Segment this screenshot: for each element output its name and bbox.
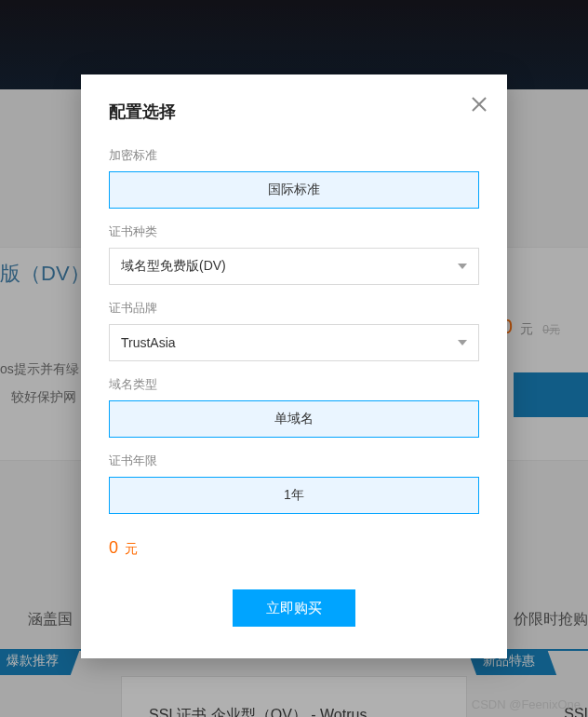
chevron-down-icon	[458, 340, 467, 345]
chevron-down-icon	[458, 264, 467, 269]
field-label-cert-brand: 证书品牌	[109, 300, 479, 317]
field-label-encryption: 加密标准	[109, 147, 479, 164]
modal-price: 0 元	[109, 538, 479, 558]
option-encryption-standard[interactable]: 国际标准	[109, 171, 479, 209]
select-cert-brand-value: TrustAsia	[121, 335, 176, 350]
option-domain-single[interactable]: 单域名	[109, 400, 479, 438]
modal-title: 配置选择	[109, 101, 479, 123]
config-modal: 配置选择 加密标准 国际标准 证书种类 域名型免费版(DV) 证书品牌 Trus…	[81, 74, 507, 658]
modal-price-value: 0	[109, 538, 118, 557]
select-cert-type-value: 域名型免费版(DV)	[121, 258, 226, 275]
modal-price-unit: 元	[125, 541, 138, 556]
select-cert-brand[interactable]: TrustAsia	[109, 324, 479, 361]
select-cert-type[interactable]: 域名型免费版(DV)	[109, 248, 479, 285]
field-label-domain-type: 域名类型	[109, 376, 479, 393]
buy-now-button[interactable]: 立即购买	[233, 589, 355, 627]
field-label-cert-years: 证书年限	[109, 453, 479, 469]
option-years-1[interactable]: 1年	[109, 477, 479, 514]
field-label-cert-type: 证书种类	[109, 223, 479, 240]
close-icon[interactable]	[468, 93, 490, 115]
